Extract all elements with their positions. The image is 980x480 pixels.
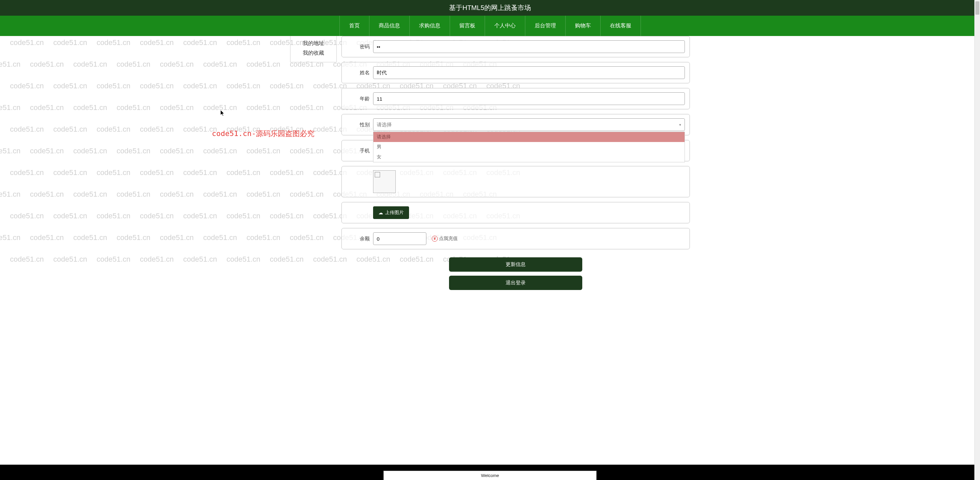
age-label: 年龄 <box>347 96 370 102</box>
cloud-upload-icon: ☁ <box>379 210 383 215</box>
cursor-icon <box>221 110 225 116</box>
nav-user-center[interactable]: 个人中心 <box>485 16 525 36</box>
balance-label: 余额 <box>347 236 370 242</box>
image-placeholder <box>373 170 396 193</box>
footer-welcome: Welcome <box>383 470 597 480</box>
recharge-link[interactable]: ¥ 点我充值 <box>432 236 458 242</box>
nav-bar: 首页 商品信息 求购信息 留言板 个人中心 后台管理 购物车 在线客服 <box>0 16 980 36</box>
gender-placeholder: 请选择 <box>377 122 392 128</box>
phone-label: 手机 <box>347 148 370 154</box>
age-row: 年龄 <box>341 88 690 109</box>
image-preview-row <box>341 166 690 197</box>
name-input[interactable] <box>373 66 685 79</box>
page-title: 基于HTML5的网上跳蚤市场 <box>449 4 531 11</box>
yen-icon: ¥ <box>432 236 438 242</box>
balance-input[interactable] <box>373 232 426 245</box>
balance-row: 余额 ¥ 点我充值 <box>341 228 690 249</box>
upload-button-label: 上传图片 <box>385 210 404 216</box>
password-input[interactable] <box>373 40 685 53</box>
action-buttons: 更新信息 退出登录 <box>341 254 690 304</box>
sidebar-item-address[interactable]: 我的地址 <box>291 39 336 48</box>
nav-support[interactable]: 在线客服 <box>601 16 641 36</box>
gender-select[interactable]: 请选择 ▾ <box>373 118 685 131</box>
gender-option-placeholder[interactable]: 请选择 <box>374 132 684 142</box>
gender-option-male[interactable]: 男 <box>374 142 684 152</box>
header-bar: 基于HTML5的网上跳蚤市场 <box>0 0 980 16</box>
upload-button[interactable]: ☁ 上传图片 <box>373 206 409 219</box>
gender-dropdown: 请选择 男 女 <box>373 132 685 162</box>
logout-button[interactable]: 退出登录 <box>449 276 582 290</box>
nav-wanted[interactable]: 求购信息 <box>410 16 450 36</box>
password-label: 密码 <box>347 44 370 50</box>
age-input[interactable] <box>373 92 685 105</box>
nav-message-board[interactable]: 留言板 <box>450 16 485 36</box>
nav-home[interactable]: 首页 <box>339 16 369 36</box>
update-button[interactable]: 更新信息 <box>449 257 582 272</box>
vertical-scrollbar[interactable] <box>974 0 980 480</box>
scrollbar-thumb[interactable] <box>975 2 979 15</box>
form-column: 密码 姓名 年龄 性别 请选择 ▾ 请选择 男 女 手机 <box>341 36 690 304</box>
name-label: 姓名 <box>347 70 370 76</box>
sidebar-item-favorites[interactable]: 我的收藏 <box>291 48 336 58</box>
nav-admin[interactable]: 后台管理 <box>525 16 566 36</box>
nav-goods[interactable]: 商品信息 <box>369 16 410 36</box>
nav-cart[interactable]: 购物车 <box>566 16 601 36</box>
recharge-label: 点我充值 <box>439 236 458 242</box>
name-row: 姓名 <box>341 62 690 83</box>
gender-row: 性别 请选择 ▾ 请选择 男 女 <box>341 114 690 136</box>
upload-row: ☁ 上传图片 <box>341 202 690 223</box>
gender-option-female[interactable]: 女 <box>374 152 684 162</box>
sidebar: 我的地址 我的收藏 <box>290 36 337 62</box>
chevron-down-icon: ▾ <box>679 123 681 127</box>
password-row: 密码 <box>341 36 690 57</box>
gender-label: 性别 <box>347 122 370 128</box>
